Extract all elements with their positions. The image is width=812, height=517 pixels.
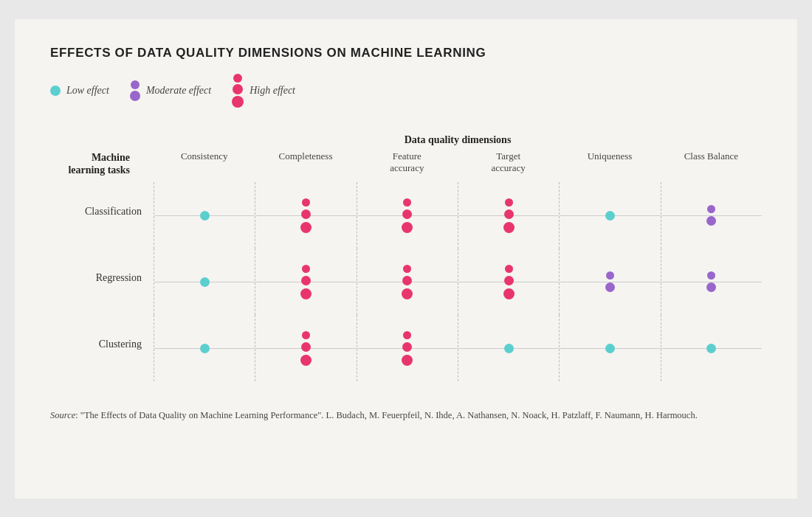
dots — [706, 271, 716, 292]
cell-regression-consistency — [154, 249, 255, 315]
dots — [300, 198, 312, 233]
dot-pink — [302, 198, 310, 207]
table-row — [154, 315, 762, 381]
main-card: EFFECTS OF DATA QUALITY DIMENSIONS ON MA… — [15, 19, 797, 499]
legend-low-dot — [50, 86, 61, 96]
dots — [605, 211, 615, 221]
dot-pink — [402, 342, 412, 352]
dot-purple — [707, 271, 715, 280]
col-header-feature-accuracy: Featureaccuracy — [357, 150, 458, 183]
dot-pink — [300, 288, 312, 299]
dot-cyan — [605, 211, 615, 221]
cell-classification-completeness — [255, 182, 356, 249]
legend-high-dots — [232, 74, 244, 108]
cell-classification-consistency — [154, 182, 255, 249]
page-title: EFFECTS OF DATA QUALITY DIMENSIONS ON MA… — [50, 46, 762, 60]
dots — [503, 265, 515, 299]
legend-mod-dot1 — [131, 80, 140, 89]
dot-cyan — [200, 211, 210, 221]
dots — [504, 344, 514, 353]
dot-pink — [402, 288, 413, 299]
data-grid: Data quality dimensions Consistency Comp… — [154, 134, 762, 382]
dot-pink — [302, 265, 310, 273]
legend-low: Low effect — [50, 85, 109, 97]
ml-tasks-label: Machinelearning tasks — [50, 152, 142, 177]
row-labels-column: Machinelearning tasks Classification Reg… — [50, 134, 154, 382]
dots — [706, 205, 716, 226]
col-header-consistency: Consistency — [154, 150, 255, 183]
dots — [300, 331, 312, 366]
legend: Low effect Moderate effect High effect — [50, 74, 762, 108]
dots — [200, 344, 210, 353]
col-header-uniqueness: Uniqueness — [559, 150, 660, 183]
source-text: : "The Effects of Data Quality on Machin… — [75, 410, 698, 420]
col-header-target-accuracy: Targetaccuracy — [458, 150, 559, 183]
dots — [402, 331, 413, 366]
dots — [402, 265, 413, 299]
source-label: Source — [50, 410, 75, 420]
legend-moderate-label: Moderate effect — [146, 85, 211, 97]
cell-clustering-uniqueness — [559, 315, 660, 381]
source-citation: Source: "The Effects of Data Quality on … — [50, 408, 762, 423]
legend-low-label: Low effect — [66, 85, 109, 97]
dot-pink — [402, 276, 412, 285]
cell-classification-uniqueness — [559, 182, 660, 249]
dot-purple — [606, 271, 614, 280]
dots — [300, 265, 312, 299]
col-header-class-balance: Class Balance — [661, 150, 762, 183]
dot-pink — [300, 222, 312, 233]
dot-pink — [503, 222, 515, 233]
dot-purple — [706, 216, 716, 226]
legend-high: High effect — [232, 74, 295, 108]
dot-pink — [301, 342, 311, 352]
dot-cyan — [706, 344, 716, 353]
column-headers: Consistency Completeness Featureaccuracy… — [154, 150, 762, 183]
legend-high-dot3 — [232, 96, 244, 108]
dot-pink — [301, 209, 311, 219]
dots — [605, 271, 615, 292]
dot-cyan — [200, 277, 210, 287]
dot-pink — [302, 331, 310, 339]
dot-pink — [301, 276, 311, 285]
dot-pink — [402, 209, 412, 219]
table-row — [154, 182, 762, 249]
legend-moderate-dots — [130, 80, 140, 101]
dot-pink — [403, 265, 411, 273]
chart-area: Machinelearning tasks Classification Reg… — [50, 134, 762, 382]
table-row — [154, 249, 762, 315]
dot-purple — [707, 205, 715, 213]
cell-clustering-class-balance — [661, 315, 762, 381]
dot-pink — [402, 355, 413, 366]
dot-purple — [706, 282, 716, 292]
dot-pink — [403, 198, 411, 207]
cell-classification-feature-accuracy — [357, 182, 458, 249]
cell-clustering-feature-accuracy — [357, 315, 458, 381]
dots — [402, 198, 413, 233]
dot-pink — [505, 265, 513, 273]
dot-pink — [505, 198, 513, 207]
cell-regression-target-accuracy — [458, 249, 559, 315]
legend-high-dot1 — [233, 74, 242, 83]
cell-clustering-consistency — [154, 315, 255, 381]
row-label-classification: Classification — [50, 178, 154, 245]
dot-purple — [605, 282, 615, 292]
dot-cyan — [504, 344, 514, 353]
cell-regression-uniqueness — [559, 249, 660, 315]
cell-regression-completeness — [255, 249, 356, 315]
cell-classification-class-balance — [661, 182, 762, 249]
dot-pink — [503, 288, 515, 299]
row-label-regression: Regression — [50, 245, 154, 311]
cell-regression-feature-accuracy — [357, 249, 458, 315]
dot-pink — [300, 355, 312, 366]
cell-clustering-target-accuracy — [458, 315, 559, 381]
legend-high-dot2 — [233, 84, 243, 94]
dots — [503, 198, 515, 233]
dots — [706, 344, 716, 353]
cell-regression-class-balance — [661, 249, 762, 315]
dot-pink — [402, 222, 413, 233]
dot-pink — [403, 331, 411, 339]
dq-dimensions-title: Data quality dimensions — [154, 134, 762, 146]
cell-classification-target-accuracy — [458, 182, 559, 249]
dot-pink — [504, 209, 514, 219]
legend-mod-dot2 — [130, 91, 140, 101]
